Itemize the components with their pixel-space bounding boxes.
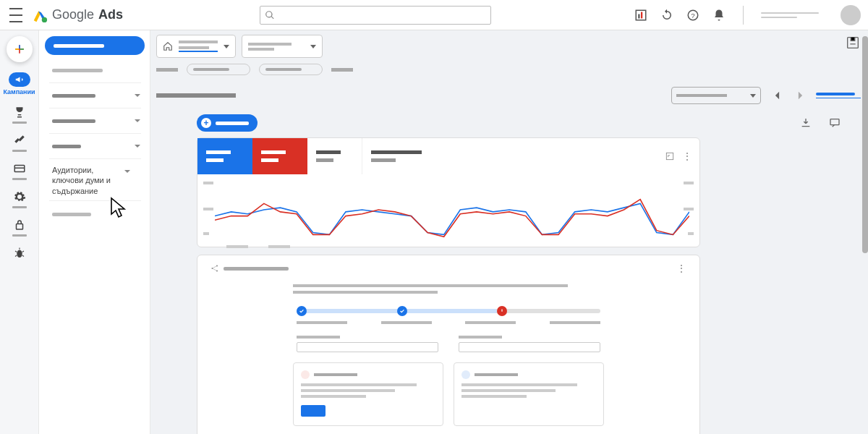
account-label[interactable] [761, 12, 819, 18]
step-1-done [297, 306, 307, 316]
option-card-1[interactable] [293, 362, 443, 426]
trophy-icon [13, 106, 26, 119]
panel-item-audiences[interactable]: Аудитории, ключови думи и съдържание [45, 161, 145, 197]
refresh-icon[interactable] [660, 9, 673, 22]
wizard-menu-icon[interactable]: ⋮ [676, 263, 686, 274]
reports-icon[interactable] [634, 9, 647, 22]
chevron-down-icon [134, 92, 141, 99]
svg-point-13 [212, 268, 213, 269]
chevron-down-icon [134, 142, 141, 150]
step-2-done [397, 306, 407, 316]
metric-tab-3[interactable] [307, 138, 362, 174]
expand-chart-icon[interactable] [665, 151, 675, 161]
gear-icon [13, 190, 26, 203]
panel-item-4[interactable] [45, 135, 145, 157]
scrollbar[interactable] [862, 36, 868, 253]
logo[interactable]: Google Ads [32, 7, 123, 23]
svg-rect-8 [16, 224, 22, 230]
chevron-left-icon [774, 90, 780, 101]
option-1-cta[interactable] [301, 405, 326, 417]
panel-item-3[interactable] [45, 110, 145, 132]
wizard-description [293, 284, 604, 294]
rail-admin[interactable] [10, 190, 29, 208]
svg-point-0 [42, 17, 47, 22]
svg-rect-11 [830, 119, 839, 125]
rail-billing[interactable] [10, 162, 29, 180]
rail-tools[interactable] [10, 134, 29, 152]
metric-tab-2[interactable] [252, 138, 307, 174]
chevron-down-icon [134, 117, 141, 124]
tools-icon [13, 134, 26, 147]
help-icon[interactable]: ? [686, 9, 699, 22]
rail-bug[interactable] [10, 247, 29, 260]
svg-point-9 [17, 250, 22, 258]
next-period-button[interactable] [793, 88, 807, 103]
panel-item-1[interactable] [45, 59, 145, 81]
campaign-selector[interactable] [242, 35, 323, 58]
menu-icon[interactable] [7, 7, 25, 24]
rail-campaigns-label: Кампании [3, 88, 35, 95]
left-panel: Аудитории, ключови думи и съдържание [39, 30, 150, 434]
avatar[interactable] [841, 5, 861, 25]
home-icon [163, 41, 173, 51]
content-area: + ⋮ [150, 30, 868, 434]
wizard-field-2 [459, 336, 600, 352]
chevron-right-icon [797, 90, 804, 101]
svg-rect-7 [14, 168, 25, 169]
rail-security[interactable] [10, 218, 29, 237]
option-icon-b [461, 370, 470, 379]
breadcrumb [156, 64, 861, 75]
metric-tab-1[interactable] [197, 138, 252, 174]
step-labels [297, 321, 600, 324]
divider [743, 6, 744, 25]
crumb-2[interactable] [331, 68, 353, 72]
progress-stepper [297, 304, 600, 317]
wizard-input-1[interactable] [297, 342, 438, 352]
step-3-error [497, 306, 507, 316]
chevron-down-icon [310, 45, 316, 48]
panel-active-item[interactable] [45, 36, 145, 55]
setup-wizard-card: ⋮ [197, 255, 700, 434]
search-icon [265, 10, 275, 20]
svg-point-15 [216, 271, 218, 272]
prev-period-button[interactable] [770, 88, 784, 103]
left-rail: Кампании [0, 30, 39, 434]
google-ads-logo-icon [32, 7, 48, 23]
metric-tab-4[interactable] [362, 138, 449, 174]
new-ad-group-button[interactable]: + [197, 114, 258, 132]
create-button[interactable] [7, 36, 33, 62]
svg-point-14 [216, 265, 218, 267]
option-card-2[interactable] [454, 362, 604, 426]
panel-item-2[interactable] [45, 85, 145, 106]
crumb-filter-2[interactable] [259, 64, 323, 75]
timeseries-chart [215, 179, 689, 241]
crumb-1[interactable] [156, 68, 178, 72]
svg-rect-3 [641, 12, 642, 18]
share-icon [210, 264, 219, 273]
download-icon[interactable] [800, 117, 812, 129]
rail-goals[interactable] [10, 106, 29, 124]
rail-campaigns[interactable]: Кампании [5, 72, 34, 95]
chart-menu-icon[interactable]: ⋮ [682, 150, 692, 162]
feedback-icon[interactable] [829, 117, 841, 129]
lock-icon [13, 218, 26, 231]
search-box[interactable] [260, 6, 491, 25]
plus-icon [12, 42, 27, 56]
page-title [156, 93, 236, 98]
check-icon [399, 308, 405, 314]
date-range-selector[interactable] [671, 87, 761, 104]
scope-selector[interactable] [156, 35, 236, 58]
alert-icon [499, 308, 505, 314]
search-input[interactable] [279, 10, 486, 20]
wizard-input-2[interactable] [459, 342, 600, 352]
logo-text-ads: Ads [98, 7, 123, 22]
card-icon [13, 162, 26, 175]
show-last-days-link[interactable] [816, 93, 861, 98]
plus-icon: + [201, 118, 211, 128]
logo-text-google: Google [52, 7, 94, 22]
option-icon-a [301, 370, 310, 379]
crumb-filter-1[interactable] [187, 64, 250, 75]
chevron-down-icon [750, 94, 756, 98]
notifications-icon[interactable] [712, 9, 726, 22]
save-view-icon[interactable] [845, 35, 861, 51]
